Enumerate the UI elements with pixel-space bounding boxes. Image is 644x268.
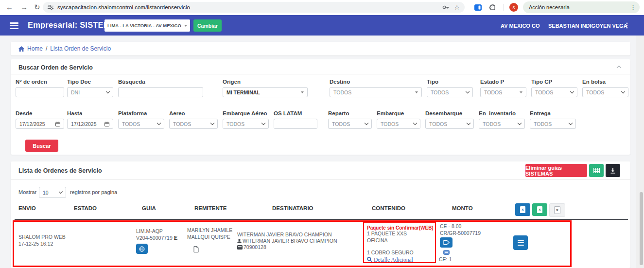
browser-toolbar: ← → ↻ syscapacitacion.shalomcontrol.com/… xyxy=(0,0,644,16)
file-excel-icon: x xyxy=(554,206,560,214)
scrollbar-thumb[interactable] xyxy=(640,192,643,265)
bookmark-star-icon[interactable]: ☆ xyxy=(454,4,460,11)
chevron-down-icon xyxy=(466,89,470,93)
menu-hamburger-icon[interactable] xyxy=(10,22,18,29)
divider xyxy=(11,179,630,180)
contenido-item: 1 PAQUETE XXS xyxy=(367,231,432,237)
breadcrumb: Home / Lista Orden de Servicio xyxy=(18,45,111,52)
busqueda-input[interactable] xyxy=(118,87,203,97)
aereo-select[interactable]: TODOS xyxy=(169,119,218,129)
branch-select[interactable]: LIMA - LA VICTORIA - AV MEXICO CO xyxy=(104,19,190,32)
calendar-icon xyxy=(55,122,60,126)
entrega-select[interactable]: TODOS xyxy=(530,119,576,129)
origen-select[interactable]: MI TERMINAL xyxy=(223,87,308,97)
header-agency[interactable]: AV MEXICO CO xyxy=(501,23,540,29)
chevron-down-icon xyxy=(413,121,417,125)
extensions-puzzle-icon[interactable] xyxy=(489,4,496,11)
export-excel-light-button[interactable]: x xyxy=(549,203,565,217)
site-settings-icon[interactable] xyxy=(48,4,53,10)
col-destinatario[interactable]: DESTINATARIO xyxy=(272,205,313,211)
field-desde: Desde 17/12/2025 xyxy=(16,110,64,129)
field-en-bolsa: En bolsa TODOS xyxy=(582,79,628,97)
password-key-icon[interactable] xyxy=(442,4,449,11)
chevron-down-icon xyxy=(518,121,522,125)
globe-icon xyxy=(139,246,145,252)
field-aereo: Aereo TODOS xyxy=(169,110,218,129)
estado-p-select[interactable]: TODOS xyxy=(480,87,526,97)
reparto-select[interactable]: TODOS xyxy=(328,119,372,129)
cell-envio: SHALOM PRO WEB 17-12-25 16:12 xyxy=(18,233,66,247)
download-button[interactable] xyxy=(606,164,620,177)
col-envio[interactable]: ENVIO xyxy=(18,205,36,211)
col-remitente[interactable]: REMITENTE xyxy=(194,205,226,211)
tipo-doc-select[interactable]: DNI xyxy=(67,87,113,97)
contenido-status: Paquete sin Confirmar(WEB) xyxy=(367,225,432,231)
tipo-cp-select[interactable]: TODOS xyxy=(531,87,577,97)
monto-tag-button[interactable] xyxy=(440,237,453,248)
chevron-down-icon xyxy=(106,89,110,93)
breadcrumb-current: Lista Orden de Servicio xyxy=(50,45,111,52)
field-entrega: Entrega TODOS xyxy=(530,110,576,129)
embarque-aereo-select[interactable]: TODOS xyxy=(223,119,269,129)
table-header-border xyxy=(15,219,628,220)
destino-select[interactable]: TODOS xyxy=(330,87,422,97)
page-size-select[interactable]: 10 xyxy=(39,187,66,198)
chrome-menu-icon[interactable]: ⋮ xyxy=(630,5,636,10)
export-excel-green-button[interactable]: x xyxy=(532,203,547,216)
table-grid-icon xyxy=(593,168,600,173)
branch-select-value: LIMA - LA VICTORIA - AV MEXICO CO xyxy=(107,23,182,28)
guia-flag: E xyxy=(174,235,178,241)
person-icon xyxy=(237,239,242,243)
destinatario-receiver: WITERMAN JAVIER BRAVO CHAMPION xyxy=(243,238,337,244)
breadcrumb-home[interactable]: Home xyxy=(27,45,43,52)
guia-web-button[interactable] xyxy=(136,244,148,254)
header-user[interactable]: SEBASTIAN INDIGOYEN VEGA xyxy=(548,23,627,29)
detalle-adicional-link[interactable]: Detalle Adicional xyxy=(374,257,413,263)
chevron-down-icon xyxy=(184,25,187,27)
document-icon[interactable] xyxy=(193,246,199,252)
embarque-select[interactable]: TODOS xyxy=(377,119,420,129)
action-needed-badge[interactable]: Acción necesaria ⋮ xyxy=(523,1,640,13)
eliminar-guias-button[interactable]: Eliminar guías SISTEMAS xyxy=(525,164,587,177)
side-panel-icon[interactable] xyxy=(474,4,482,11)
field-numero-de-orden: N° de orden xyxy=(16,79,64,97)
download-icon xyxy=(610,168,616,174)
header-menu-icon[interactable]: ⋮ xyxy=(624,21,630,29)
forward-icon[interactable]: → xyxy=(20,2,28,12)
field-estado-p: Estado P TODOS xyxy=(480,79,526,97)
plataforma-select[interactable]: TODOS xyxy=(118,119,164,129)
reload-icon[interactable]: ↻ xyxy=(34,2,40,12)
col-monto[interactable]: MONTO xyxy=(452,205,473,211)
caret-down-icon xyxy=(301,91,304,93)
monto-ce: CE - 8.00 xyxy=(440,223,481,230)
row-actions-button[interactable] xyxy=(513,235,528,250)
export-excel-blue-button[interactable]: x xyxy=(515,203,530,216)
monto-crgr: CR/GR-50007719 xyxy=(440,230,481,236)
search-card-title: Buscar Orden de Servicio xyxy=(18,64,93,71)
hasta-date-input[interactable]: 17/12/2025 xyxy=(67,119,113,129)
en-inventario-select[interactable]: TODOS xyxy=(479,119,525,129)
buscar-button[interactable]: Buscar xyxy=(25,140,58,152)
field-tipo-cp: Tipo CP TODOS xyxy=(531,79,577,97)
field-desembarque: Desembarque TODOS xyxy=(425,110,474,129)
file-excel-icon: x xyxy=(520,206,525,213)
money-card-icon[interactable] xyxy=(443,250,450,255)
cambiar-button[interactable]: Cambiar xyxy=(193,19,222,32)
collapse-chevron-up-icon[interactable] xyxy=(617,66,622,71)
os-latam-input[interactable] xyxy=(274,119,317,129)
desembarque-select[interactable]: TODOS xyxy=(425,119,474,129)
cell-destinatario: WITERMAN JAVIER BRAVO CHAMPION WITERMAN … xyxy=(237,232,337,250)
en-bolsa-select[interactable]: TODOS xyxy=(582,87,628,97)
desde-date-input[interactable]: 17/12/2025 xyxy=(16,119,64,129)
destinatario-doc: 70900128 xyxy=(244,244,266,250)
grid-view-button[interactable] xyxy=(589,164,604,177)
col-contenido[interactable]: CONTENIDO xyxy=(372,205,405,211)
address-bar[interactable]: syscapacitacion.shalomcontrol.com/listao… xyxy=(43,2,465,13)
profile-avatar[interactable]: s xyxy=(509,3,518,12)
chevron-down-icon xyxy=(621,89,625,93)
col-estado[interactable]: ESTADO xyxy=(74,205,97,211)
numero-de-orden-input[interactable] xyxy=(16,87,64,97)
col-guia[interactable]: GUIA xyxy=(142,205,156,211)
tipo-select[interactable]: TODOS xyxy=(427,87,473,97)
back-icon[interactable]: ← xyxy=(6,2,13,12)
